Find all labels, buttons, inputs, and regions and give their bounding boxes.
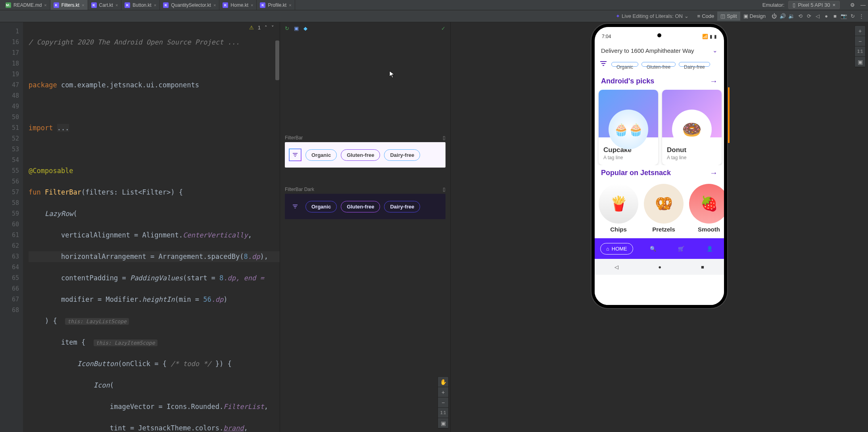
- close-icon[interactable]: ×: [154, 3, 156, 8]
- refresh-icon[interactable]: ↻: [849, 13, 856, 20]
- phone-icon: ▯: [793, 2, 795, 8]
- tab-quantityselector[interactable]: KQuantitySelector.kt×: [160, 0, 219, 10]
- delivery-text: Delivery to 1600 Amphitheater Way: [601, 47, 694, 54]
- item-smoothie[interactable]: 🍓Smooth: [689, 184, 724, 233]
- close-icon[interactable]: ×: [213, 3, 216, 8]
- nav-label: HOME: [612, 246, 627, 252]
- tab-readme[interactable]: M↓README.md×: [2, 0, 50, 10]
- warning-icon[interactable]: ⚠: [249, 25, 254, 31]
- nav-search[interactable]: 🔍: [644, 243, 662, 254]
- overview-icon[interactable]: ■: [701, 264, 704, 270]
- close-icon[interactable]: ×: [115, 3, 118, 8]
- picks-cards[interactable]: 🧁🧁 CupcakeA tag line 🍩 DonutA tag line: [595, 90, 724, 165]
- nav-home[interactable]: ⌂HOME: [600, 243, 633, 255]
- chip-glutenfree[interactable]: Gluten-free: [641, 62, 676, 67]
- code-icon: ≡: [697, 13, 701, 19]
- volume-down-icon[interactable]: 🔉: [788, 13, 795, 20]
- zoom-in-button[interactable]: +: [855, 26, 865, 36]
- prev-highlight-icon[interactable]: ˄: [265, 25, 267, 31]
- chip-dairyfree[interactable]: Dairy-free: [384, 149, 420, 161]
- device-name: Pixel 5 API 30: [798, 2, 830, 8]
- more-icon[interactable]: ⋮: [858, 13, 865, 20]
- chip-organic[interactable]: Organic: [305, 201, 337, 212]
- close-icon[interactable]: ×: [289, 3, 291, 8]
- card-cupcake[interactable]: 🧁🧁 CupcakeA tag line: [599, 90, 658, 165]
- zoom-in-button[interactable]: +: [438, 387, 448, 397]
- preview-filterbar-light[interactable]: Organic Gluten-free Dairy-free: [285, 142, 446, 168]
- edge-indicator: [728, 87, 730, 143]
- signal-icon: ▮: [710, 34, 712, 39]
- item-label: Pretzels: [644, 226, 684, 233]
- volume-up-icon[interactable]: 🔊: [779, 13, 786, 20]
- live-edit-toggle[interactable]: ✦ Live Editing of Literals: ON ⌄: [616, 13, 688, 19]
- view-code-button[interactable]: ≡Code: [694, 12, 718, 21]
- arrow-right-icon[interactable]: →: [710, 168, 718, 177]
- code-editor[interactable]: 1161718194748495051525354555657585960616…: [0, 22, 280, 432]
- close-icon[interactable]: ×: [44, 3, 46, 8]
- arrow-right-icon[interactable]: →: [710, 77, 718, 86]
- home-icon[interactable]: ●: [658, 264, 661, 270]
- rotate-left-icon[interactable]: ⟲: [797, 13, 804, 20]
- minimize-icon[interactable]: —: [860, 2, 866, 8]
- home-icon[interactable]: ●: [823, 13, 830, 20]
- chip-glutenfree[interactable]: Gluten-free: [341, 149, 380, 161]
- camera-notch: [657, 33, 661, 37]
- nav-cart[interactable]: 🛒: [672, 243, 690, 254]
- editor-scrollbar[interactable]: [275, 22, 280, 300]
- view-split-button[interactable]: ◫Split: [717, 12, 740, 21]
- overview-icon[interactable]: ■: [832, 13, 839, 20]
- zoom-reset-button[interactable]: 1:1: [855, 46, 865, 57]
- close-icon[interactable]: ×: [82, 3, 84, 8]
- device-icon[interactable]: ▯: [443, 187, 446, 192]
- interactive-icon[interactable]: ▣: [294, 25, 299, 31]
- chip-organic[interactable]: Organic: [611, 62, 638, 67]
- item-pretzels[interactable]: 🥨Pretzels: [644, 184, 684, 233]
- popular-row[interactable]: 🍟Chips 🥨Pretzels 🍓Smooth: [595, 181, 724, 235]
- chip-dairyfree[interactable]: Dairy-free: [384, 201, 420, 212]
- zoom-reset-button[interactable]: 1:1: [438, 408, 448, 418]
- chip-dairyfree[interactable]: Dairy-free: [679, 62, 710, 67]
- editor-tab-bar: M↓README.md× KFilters.kt× KCart.kt× KBut…: [0, 0, 868, 10]
- pan-icon[interactable]: ✋: [438, 377, 448, 387]
- view-design-button[interactable]: ▣Design: [740, 12, 769, 21]
- device-icon[interactable]: ▯: [443, 135, 446, 141]
- gear-icon[interactable]: ⚙: [850, 2, 855, 8]
- power-icon[interactable]: ⏻: [770, 13, 778, 20]
- filter-icon: [289, 148, 301, 161]
- item-chips[interactable]: 🍟Chips: [599, 184, 638, 233]
- tab-button[interactable]: KButton.kt×: [121, 0, 160, 10]
- rotate-right-icon[interactable]: ⟳: [805, 13, 812, 20]
- back-icon[interactable]: ◁: [814, 13, 821, 20]
- chip-organic[interactable]: Organic: [305, 149, 337, 161]
- card-donut[interactable]: 🍩 DonutA tag line: [662, 90, 722, 165]
- chip-glutenfree[interactable]: Gluten-free: [341, 201, 380, 212]
- system-nav: ◁ ● ■: [595, 259, 724, 275]
- close-icon[interactable]: ×: [832, 2, 835, 8]
- code-content[interactable]: / Copyright 2020 The Android Open Source…: [23, 22, 280, 432]
- device-selector[interactable]: ▯ Pixel 5 API 30 ×: [788, 1, 840, 9]
- bottom-nav: ⌂HOME 🔍 🛒 👤: [595, 238, 724, 259]
- device-screen[interactable]: 7:04 📶▮▮ Delivery to 1600 Amphitheater W…: [595, 27, 724, 305]
- tab-home[interactable]: KHome.kt×: [219, 0, 257, 10]
- delivery-bar[interactable]: Delivery to 1600 Amphitheater Way ⌄: [595, 42, 724, 59]
- layers-icon[interactable]: ◆: [303, 25, 307, 31]
- zoom-out-button[interactable]: −: [855, 36, 865, 46]
- tab-label: QuantitySelector.kt: [171, 2, 211, 8]
- back-icon[interactable]: ◁: [615, 264, 618, 270]
- close-icon[interactable]: ×: [251, 3, 253, 8]
- tab-profile[interactable]: KProfile.kt×: [257, 0, 295, 10]
- status-time: 7:04: [602, 34, 611, 39]
- tab-filters[interactable]: KFilters.kt×: [50, 0, 88, 10]
- refresh-icon[interactable]: ↻: [285, 25, 289, 31]
- screenshot-icon[interactable]: 📷: [840, 13, 847, 20]
- main-area: 1161718194748495051525354555657585960616…: [0, 22, 868, 432]
- fit-icon[interactable]: ▣: [438, 418, 448, 428]
- preview-filterbar-dark[interactable]: Organic Gluten-free Dairy-free: [285, 194, 446, 219]
- fit-icon[interactable]: ▣: [855, 57, 865, 67]
- zoom-out-button[interactable]: −: [438, 397, 448, 408]
- nav-profile[interactable]: 👤: [701, 243, 718, 254]
- tab-cart[interactable]: KCart.kt×: [88, 0, 122, 10]
- filter-icon[interactable]: [599, 59, 608, 69]
- next-highlight-icon[interactable]: ˅: [271, 25, 274, 31]
- emulator-pane: 7:04 📶▮▮ Delivery to 1600 Amphitheater W…: [450, 22, 868, 432]
